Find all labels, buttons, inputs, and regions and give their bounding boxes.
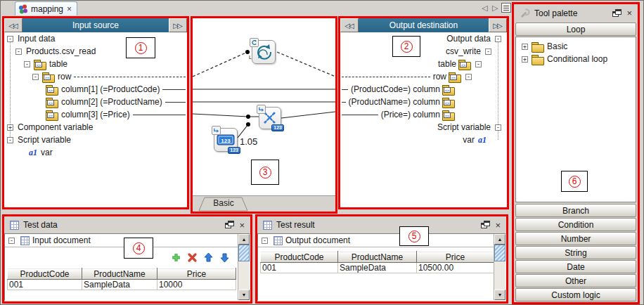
palette-section-condition[interactable]: Condition	[515, 218, 636, 231]
palette-section-number[interactable]: Number	[515, 232, 636, 245]
palette-item-conditional-loop[interactable]: +Conditional loop	[517, 53, 634, 65]
scrollbar-thumb[interactable]	[494, 245, 505, 261]
test-data-panel: Test data × - Input document ProductCode…	[2, 214, 252, 304]
loop-node[interactable]	[252, 40, 276, 64]
tree-item-csv-read[interactable]: -Products.csv_read	[4, 45, 187, 58]
collapse-toggle[interactable]: -	[24, 61, 30, 67]
multiply-node[interactable]: 123	[259, 107, 281, 129]
collapse-toggle[interactable]: -	[32, 74, 39, 80]
tree-item-output-data[interactable]: Output data-	[340, 32, 507, 45]
mapping-line-stub	[342, 77, 430, 77]
tab-mapping[interactable]: mapping ×	[15, 1, 77, 15]
add-row-icon[interactable]	[171, 252, 181, 263]
palette-section-loop[interactable]: Loop	[515, 22, 636, 36]
tab-scroll-prev-icon[interactable]: ◁	[482, 4, 487, 13]
tab-scroll-next-icon[interactable]: ▷	[492, 4, 498, 13]
tree-item-table[interactable]: -<>table	[4, 58, 187, 70]
tree-item-column1[interactable]: <>column[1] (=ProductCode)	[4, 83, 187, 96]
tree-item-column3[interactable]: <>column[3] (=Price)	[4, 108, 187, 121]
collapse-toggle[interactable]: -	[495, 124, 501, 131]
scroll-down-icon[interactable]: ▼	[494, 290, 505, 300]
scroll-down-icon[interactable]: ▼	[238, 290, 250, 300]
collapse-toggle[interactable]: -	[15, 48, 22, 55]
collapse-toggle[interactable]: -	[7, 137, 13, 143]
tree-item-column2[interactable]: <>column[2] (=ProductName)	[4, 96, 187, 108]
tab-basic[interactable]: Basic	[198, 197, 249, 212]
collapse-toggle[interactable]: -	[475, 61, 482, 67]
move-down-icon[interactable]	[219, 252, 230, 263]
palette-section-date[interactable]: Date	[515, 260, 636, 273]
tree-item-column-productcode[interactable]: (ProductCode=) column<>	[340, 83, 507, 96]
collapse-toggle[interactable]: -	[465, 74, 472, 80]
tree-item-row[interactable]: -<>row	[4, 70, 187, 83]
loop-badge-icon	[250, 38, 259, 47]
tree-item-row[interactable]: row<>-	[340, 70, 507, 83]
tree-item-table[interactable]: table<>-	[340, 58, 507, 70]
tree-item-column-price[interactable]: (Price=) column<>	[340, 108, 507, 121]
test-result-panel: Test result × - Output document ProductC…	[255, 214, 508, 304]
col-header-productcode[interactable]: ProductCode	[8, 268, 82, 280]
tab-list-menu-icon[interactable]	[501, 3, 511, 13]
expand-all-left-button[interactable]: ▷▷	[169, 18, 187, 32]
restore-window-icon[interactable]	[225, 221, 235, 229]
expand-toggle[interactable]: +	[522, 44, 528, 50]
collapse-all-left-button[interactable]: ◁◁	[4, 18, 22, 32]
vertical-scrollbar[interactable]: ▲ ▼	[238, 234, 250, 300]
palette-section-string[interactable]: String	[515, 246, 636, 259]
close-icon[interactable]: ×	[239, 221, 245, 230]
close-icon[interactable]: ×	[626, 8, 632, 18]
tree-item-csv-write[interactable]: csv_write-	[340, 45, 507, 58]
output-document-label: Output document	[285, 235, 350, 245]
tree-item-var[interactable]: vara1	[340, 134, 507, 146]
palette-item-basic[interactable]: +Basic	[517, 40, 634, 53]
expand-toggle[interactable]: +	[7, 124, 13, 131]
test-data-table: ProductCode ProductName Price 001 Sample…	[7, 268, 236, 290]
logic-badge-icon	[212, 126, 221, 135]
tab-close-icon[interactable]: ×	[66, 4, 72, 14]
col-header-price[interactable]: Price	[417, 252, 494, 263]
expand-toggle[interactable]: +	[522, 56, 528, 63]
palette-section-other[interactable]: Other	[515, 274, 636, 287]
col-header-productname[interactable]: ProductName	[338, 252, 417, 263]
tree-item-input-data[interactable]: -Input data	[4, 32, 187, 45]
move-up-icon[interactable]	[203, 252, 214, 263]
xml-folder-icon: <>	[442, 110, 454, 119]
tree-item-column-productname[interactable]: (ProductName=) column<>	[340, 96, 507, 108]
scroll-up-icon[interactable]: ▲	[494, 234, 505, 245]
palette-section-branch[interactable]: Branch	[515, 204, 636, 217]
table-row[interactable]: 001 SampleData 10000	[8, 280, 236, 290]
collapse-toggle[interactable]: -	[485, 48, 491, 55]
delete-row-icon[interactable]	[187, 252, 198, 263]
collapse-toggle[interactable]: -	[7, 36, 13, 42]
col-header-price[interactable]: Price	[157, 268, 236, 280]
tree-item-script-variable[interactable]: Script variable-	[340, 121, 507, 134]
close-icon[interactable]: ×	[495, 221, 501, 230]
output-document-row[interactable]: - Output document	[258, 234, 505, 247]
vertical-scrollbar[interactable]: ▲ ▼	[494, 234, 505, 300]
tree-item-var[interactable]: a1var	[4, 146, 187, 159]
tool-palette-title: Tool palette	[534, 8, 608, 18]
col-header-productcode[interactable]: ProductCode	[261, 252, 338, 263]
number-constant-node[interactable]: 123 123	[214, 128, 238, 152]
test-result-table: ProductCode ProductName Price 001 Sample…	[260, 251, 494, 273]
tree-item-component-variable[interactable]: +Component variable	[4, 121, 187, 134]
collapse-all-right-button[interactable]: ◁◁	[340, 18, 359, 32]
tool-palette-panel: Tool palette × Loop +Basic +Conditional …	[512, 2, 640, 304]
tree-item-script-variable[interactable]: -Script variable	[4, 134, 187, 146]
expand-all-right-button[interactable]: ▷▷	[489, 18, 507, 32]
canvas-tab-bar: Basic	[193, 195, 335, 212]
scroll-up-icon[interactable]: ▲	[238, 234, 250, 245]
restore-window-icon[interactable]	[612, 9, 622, 18]
col-header-productname[interactable]: ProductName	[82, 268, 157, 280]
palette-section-custom-logic[interactable]: Custom logic	[515, 288, 636, 301]
collapse-toggle[interactable]: -	[262, 238, 268, 244]
restore-window-icon[interactable]	[481, 221, 491, 229]
annotation-5: 5	[399, 226, 429, 246]
annotation-2: 2	[392, 36, 420, 57]
test-data-titlebar: Test data ×	[4, 216, 250, 233]
xml-folder-icon: <>	[42, 72, 54, 82]
scrollbar-thumb[interactable]	[238, 245, 250, 261]
collapse-toggle[interactable]: -	[495, 36, 501, 42]
collapse-toggle[interactable]: -	[8, 238, 15, 244]
table-row[interactable]: 001 SampleData 10500.00	[261, 263, 494, 273]
